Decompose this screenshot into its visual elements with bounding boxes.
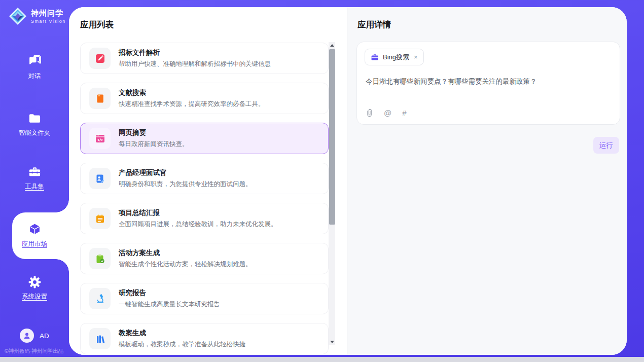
sidebar-item-toolset[interactable]: 工具集 [0,165,69,191]
user-account[interactable]: AD [0,329,69,343]
sidebar-item-app-market[interactable]: 应用市场 [0,222,69,248]
sidebar-item-label: 系统设置 [22,293,47,301]
sidebar-item-chat[interactable]: 对话 [0,55,69,81]
app-card-title: 文献搜索 [119,88,265,97]
app-card-title: 研究报告 [119,288,220,298]
app-card-title: 教案生成 [119,329,245,338]
lesson-plan-icon [89,328,111,349]
attachment-toolbar: @ # [366,108,407,117]
hashtag-icon[interactable]: # [402,108,406,117]
app-list-scrollbar[interactable] [329,42,335,345]
app-card-web-summary[interactable]: 网页摘要 每日政府新闻资讯快查。 [80,123,329,154]
paperclip-icon[interactable] [366,108,373,117]
tool-chip-label: Bing搜索 [383,53,409,62]
scroll-down-icon[interactable] [330,341,334,343]
app-card-literature-search[interactable]: 文献搜索 快速精准查找学术资源，提高研究效率的必备工具。 [80,83,329,114]
query-text[interactable]: 今日湖北有哪些新闻要点？有哪些需要关注的最新政策？ [366,77,609,86]
sidebar-item-label: 应用市场 [22,240,47,248]
scroll-up-icon[interactable] [330,44,334,47]
chat-icon [28,55,42,68]
pm-interviewer-icon [89,168,111,189]
brand-tagline: Smart Vision [31,19,66,24]
app-card-title: 网页摘要 [119,128,189,137]
app-card-title: 活动方案生成 [119,248,252,258]
event-plan-icon [89,248,111,269]
sidebar-item-smart-folder[interactable]: 智能文件夹 [0,112,69,137]
gear-icon [28,275,42,289]
literature-search-icon [89,88,111,109]
web-summary-icon [89,128,111,149]
brand-logo: 神州问学 Smart Vision [8,7,66,26]
briefcase-icon [371,53,379,61]
app-list-panel: 应用列表 招标文件解析 帮助用户快速、准确地理解和解析招标书中的关键信息 [69,7,347,355]
sidebar-item-settings[interactable]: 系统设置 [0,275,69,301]
chip-close-icon[interactable]: × [414,53,418,61]
tool-chip-bing-search[interactable]: Bing搜索 × [365,49,424,65]
toolbox-icon [28,165,42,179]
sidebar: 神州问学 Smart Vision 对话 智能文件夹 工具集 [0,0,69,357]
brand-diamond-icon [8,7,27,26]
app-card-tender-parse[interactable]: 招标文件解析 帮助用户快速、准确地理解和解析招标书中的关键信息 [80,43,329,74]
app-card-desc: 一键智能生成高质量长文本研究报告 [119,300,220,309]
project-summary-icon [89,208,111,229]
cube-icon [27,222,42,236]
research-report-icon [89,288,111,309]
app-card-title: 项目总结汇报 [119,208,277,218]
scrollbar-thumb[interactable] [329,49,335,225]
avatar [20,329,34,343]
user-initials: AD [40,332,49,340]
app-card-desc: 快速精准查找学术资源，提高研究效率的必备工具。 [119,100,265,108]
main-panel: 应用列表 招标文件解析 帮助用户快速、准确地理解和解析招标书中的关键信息 [69,7,627,355]
app-card-pm-interviewer[interactable]: 产品经理面试官 明确身份和职责，为您提供专业性的面试问题。 [80,163,329,194]
tender-parse-icon [89,48,111,69]
app-card-desc: 明确身份和职责，为您提供专业性的面试问题。 [119,180,252,189]
app-card-event-plan[interactable]: 活动方案生成 智能生成个性化活动方案，轻松解决规划难题。 [80,243,329,274]
app-card-title: 产品经理面试官 [119,168,252,177]
app-card-lesson-plan[interactable]: 教案生成 模板驱动，教案秒成，教学准备从此轻松快捷 [80,323,329,354]
user-icon [23,332,31,340]
app-card-title: 招标文件解析 [119,48,271,57]
app-card-desc: 智能生成个性化活动方案，轻松解决规划难题。 [119,260,252,269]
copyright-footer: ©神州数码·神州问学出品 [5,348,63,355]
brand-name: 神州问学 [31,9,66,18]
app-detail-panel: 应用详情 Bing搜索 × 今日湖北有哪些新闻要点？有哪些需要关注的最新政策？ … [347,7,627,355]
app-detail-title: 应用详情 [357,19,391,30]
mention-icon[interactable]: @ [384,108,391,117]
sidebar-item-label: 智能文件夹 [19,129,51,137]
prompt-card: Bing搜索 × 今日湖北有哪些新闻要点？有哪些需要关注的最新政策？ @ # [356,42,620,125]
run-button[interactable]: 运行 [593,137,619,154]
app-card-desc: 模板驱动，教案秒成，教学准备从此轻松快捷 [119,340,245,349]
sidebar-item-label: 工具集 [25,183,44,191]
window-bottom-edge [0,357,644,362]
app-card-desc: 全面回顾项目进展，总结经验教训，助力未来优化发展。 [119,220,277,229]
app-card-desc: 每日政府新闻资讯快查。 [119,140,189,149]
app-card-research-report[interactable]: 研究报告 一键智能生成高质量长文本研究报告 [80,283,329,314]
sidebar-item-label: 对话 [28,72,41,81]
app-card-list: 招标文件解析 帮助用户快速、准确地理解和解析招标书中的关键信息 文献搜索 快速精… [80,43,329,355]
folder-icon [28,112,42,125]
app-card-desc: 帮助用户快速、准确地理解和解析招标书中的关键信息 [119,60,271,68]
app-card-project-summary[interactable]: 项目总结汇报 全面回顾项目进展，总结经验教训，助力未来优化发展。 [80,203,329,234]
app-list-title: 应用列表 [80,19,114,30]
